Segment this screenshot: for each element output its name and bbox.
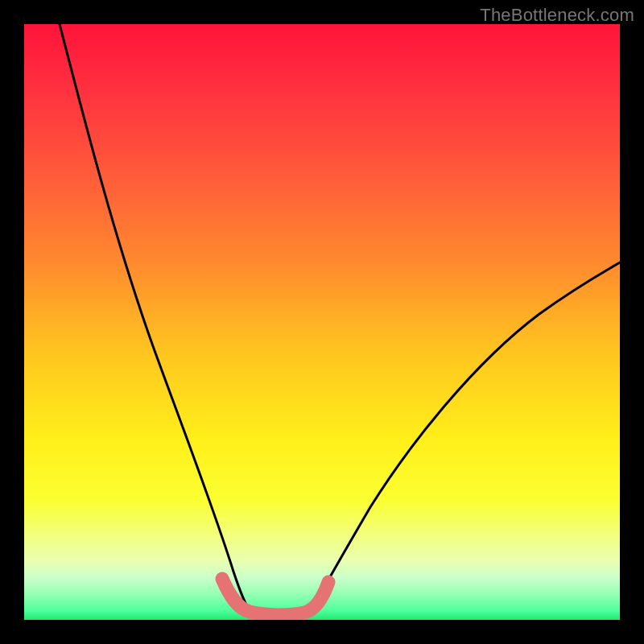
chart-frame: TheBottleneck.com <box>0 0 644 644</box>
left-branch <box>60 24 247 606</box>
curve-layer <box>24 24 620 620</box>
watermark-text: TheBottleneck.com <box>480 5 634 26</box>
right-branch <box>314 262 620 606</box>
plot-area <box>24 24 620 620</box>
